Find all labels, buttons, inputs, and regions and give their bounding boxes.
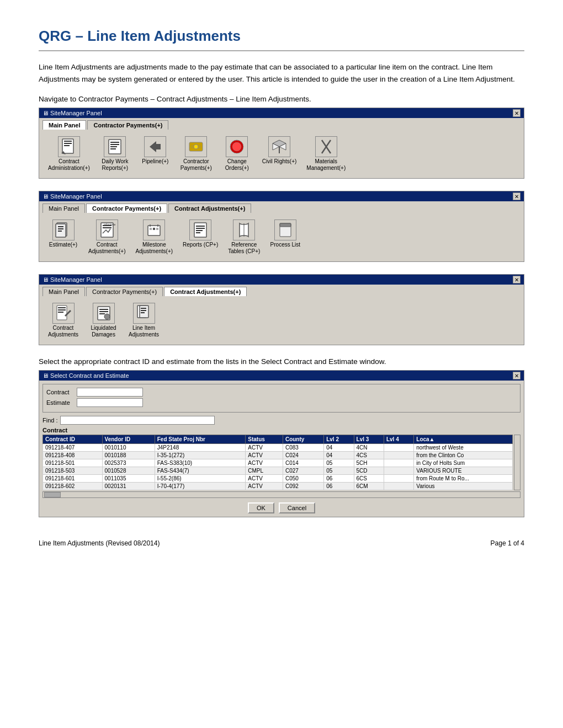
table-cell-lvl4 — [384, 452, 413, 459]
svg-rect-25 — [58, 226, 63, 227]
panel1-icon-materials[interactable]: MaterialsManagement(+) — [306, 136, 346, 172]
select-window-close-button[interactable]: ✕ — [513, 372, 520, 379]
find-input[interactable] — [60, 416, 215, 425]
table-cell-lvl2: 05 — [324, 467, 354, 475]
reference-icon — [233, 220, 255, 240]
table-cell-lvl4 — [384, 459, 413, 467]
contract-table-body: 091218-4070010110J4P2148ACTVC083044CNnor… — [43, 444, 513, 490]
estimate-field-input[interactable] — [77, 398, 143, 407]
panel3-icon-liquidated[interactable]: LiquidatedDamages — [88, 303, 119, 338]
panel1-label-daily-work: Daily WorkReports(+) — [102, 158, 128, 172]
panel2-label-reference: ReferenceTables (CP+) — [228, 242, 260, 255]
table-cell-lvl2: 06 — [324, 475, 354, 483]
table-cell-county: C027 — [283, 467, 323, 475]
footer: Line Item Adjustments (Revised 08/2014) … — [39, 539, 524, 547]
intro-paragraph: Line Item Adjustments are adjustments ma… — [39, 61, 524, 85]
panel1-icon-change-orders[interactable]: ChangeOrders(+) — [222, 136, 252, 172]
panel2-tab-contract-adj[interactable]: Contract Adjustments(+) — [168, 204, 251, 213]
table-row[interactable]: 091218-5030010528FAS-S434(7)CMPLC027055C… — [43, 467, 513, 475]
table-cell-vendor_id: 0010528 — [102, 467, 155, 475]
civil-rights-icon — [268, 136, 290, 157]
table-cell-status: ACTV — [246, 483, 283, 490]
svg-rect-45 — [280, 223, 291, 227]
table-row[interactable]: 091218-4070010110J4P2148ACTVC083044CNnor… — [43, 444, 513, 452]
panel3-tab-main[interactable]: Main Panel — [43, 287, 85, 296]
panel2-icon-milestone[interactable]: MilestoneAdjustments(+) — [136, 220, 173, 255]
panel2-tab-main[interactable]: Main Panel — [43, 204, 85, 213]
svg-rect-59 — [141, 312, 145, 313]
panel2-icon-contract-adj[interactable]: milestone ContractAdjustments(+) — [88, 220, 126, 255]
cancel-button[interactable]: Cancel — [279, 502, 315, 513]
panel2-icon-process-list[interactable]: Process List — [270, 220, 300, 248]
panel1-tab-contractor[interactable]: Contractor Payments(+) — [87, 120, 168, 130]
svg-rect-14 — [198, 146, 200, 148]
panel1-tab-main[interactable]: Main Panel — [43, 120, 86, 130]
panel3-icon-line-item-adj[interactable]: Line ItemAdjustments — [129, 303, 159, 338]
panel2-icon-reference[interactable]: ReferenceTables (CP+) — [228, 220, 260, 255]
estimate-icon — [52, 220, 75, 240]
table-cell-fed_state: J4P2148 — [155, 444, 246, 452]
page-title: QRG – Line Item Adjustments — [39, 28, 524, 45]
panel1-icon-pipeline[interactable]: Pipeline(+) — [140, 136, 171, 165]
svg-rect-10 — [156, 144, 161, 149]
table-row[interactable]: 091218-6010011035I-55-2(86)ACTVC050066CS… — [43, 475, 513, 483]
table-row[interactable]: 091218-6020020131I-70-4(177)ACTVC092066C… — [43, 483, 513, 490]
panel2-label-reports: Reports (CP+) — [183, 242, 218, 248]
panel3-tabs: Main Panel Contractor Payments(+) Contra… — [39, 285, 524, 296]
vertical-scrollbar[interactable] — [514, 435, 520, 490]
ok-button[interactable]: OK — [248, 502, 274, 513]
panel3-close-button[interactable]: ✕ — [513, 276, 520, 283]
panel2-close-button[interactable]: ✕ — [513, 192, 520, 200]
horizontal-scrollbar[interactable] — [43, 491, 520, 498]
table-cell-lvl2: 04 — [324, 444, 354, 452]
panel1-label-contractor-payments: ContractorPayments(+) — [180, 158, 212, 172]
table-cell-vendor_id: 0010110 — [102, 444, 155, 452]
panel1-icon-daily-work[interactable]: Daily WorkReports(+) — [100, 136, 130, 172]
panel2-tabs: Main Panel Contractor Payments(+) Contra… — [39, 201, 524, 213]
panel3-icon-contract-adj[interactable]: ContractAdjustments — [48, 303, 78, 338]
svg-text:milestone: milestone — [104, 223, 116, 226]
panel3-tab-contractor[interactable]: Contractor Payments(+) — [86, 287, 163, 296]
contract-table-label: Contract — [43, 427, 520, 433]
panel1-content: ContractAdministration(+) Daily WorkRepo… — [39, 130, 524, 178]
table-cell-status: CMPL — [246, 467, 283, 475]
panel1-icon-civil-rights[interactable]: Civil Rights(+) — [262, 136, 297, 165]
table-cell-loca: VARIOUS ROUTE — [414, 467, 513, 475]
panel1-icon-contractor-payments[interactable]: ContractorPayments(+) — [180, 136, 212, 172]
table-row[interactable]: 091218-5010025373FAS-S383(10)ACTVC014055… — [43, 459, 513, 467]
panel1-icon-contract-admin[interactable]: ContractAdministration(+) — [48, 136, 90, 172]
table-cell-fed_state: I-70-4(177) — [155, 483, 246, 490]
panel1-close-button[interactable]: ✕ — [513, 109, 520, 117]
svg-rect-13 — [192, 146, 194, 148]
select-contract-window: 🖥 Select Contract and Estimate ✕ Contrac… — [39, 370, 524, 517]
panel3-label-line-item-adj: Line ItemAdjustments — [129, 325, 159, 338]
table-cell-lvl3: 5CD — [354, 467, 384, 475]
table-row[interactable]: 091218-4080010188I-35-1(272)ACTVC024044C… — [43, 452, 513, 459]
contract-admin-icon — [58, 136, 80, 157]
panel2-icon-reports[interactable]: Reports (CP+) — [183, 220, 218, 248]
panel1-title: 🖥 SiteManager Panel — [43, 110, 102, 116]
panel2-tab-contractor[interactable]: Contractor Payments(+) — [86, 204, 167, 213]
panel3-tab-contract-adj[interactable]: Contract Adjustments(+) — [164, 287, 247, 296]
table-cell-fed_state: FAS-S434(7) — [155, 467, 246, 475]
footer-right: Page 1 of 4 — [491, 539, 524, 547]
table-cell-vendor_id: 0011035 — [102, 475, 155, 483]
panel2-icon-estimate[interactable]: Estimate(+) — [48, 220, 78, 248]
svg-rect-35 — [150, 228, 152, 230]
table-cell-contract_id: 091218-503 — [43, 467, 103, 475]
scroll-thumb[interactable] — [44, 492, 61, 497]
table-cell-lvl4 — [384, 444, 413, 452]
table-cell-contract_id: 091218-601 — [43, 475, 103, 483]
svg-rect-37 — [156, 228, 158, 230]
find-label: Find : — [43, 417, 58, 424]
panel3-titlebar: 🖥 SiteManager Panel ✕ — [39, 275, 524, 285]
select-instruction: Select the appropriate contract ID and e… — [39, 357, 524, 366]
svg-rect-1 — [64, 141, 72, 142]
svg-rect-26 — [58, 228, 63, 229]
table-cell-lvl2: 05 — [324, 459, 354, 467]
table-cell-lvl2: 04 — [324, 452, 354, 459]
contract-field-input[interactable] — [77, 388, 143, 397]
svg-rect-53 — [99, 313, 105, 314]
col-lvl4: Lvl 4 — [384, 435, 413, 444]
contract-adj-icon: milestone — [96, 220, 118, 240]
